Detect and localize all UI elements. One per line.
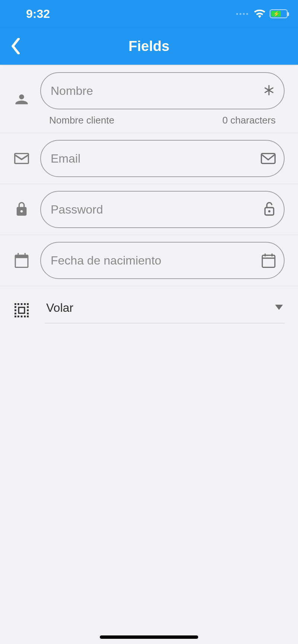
svg-rect-0 bbox=[261, 154, 275, 164]
password-field[interactable] bbox=[40, 191, 285, 228]
svg-rect-13 bbox=[15, 315, 16, 317]
row-email bbox=[0, 133, 298, 184]
svg-rect-20 bbox=[15, 313, 16, 314]
status-time: 9:32 bbox=[26, 7, 50, 21]
name-input[interactable] bbox=[51, 84, 250, 98]
svg-rect-15 bbox=[21, 315, 23, 317]
svg-rect-17 bbox=[27, 315, 29, 317]
charging-bolt-icon: ⚡ bbox=[273, 11, 279, 16]
svg-rect-23 bbox=[27, 313, 29, 314]
svg-rect-14 bbox=[18, 315, 19, 317]
back-button[interactable] bbox=[7, 38, 24, 54]
svg-rect-22 bbox=[27, 310, 29, 311]
mail-icon bbox=[13, 153, 30, 164]
row-dob bbox=[0, 235, 298, 286]
name-helper-count: 0 characters bbox=[222, 115, 276, 126]
svg-rect-9 bbox=[18, 303, 19, 305]
wifi-icon bbox=[254, 9, 265, 18]
page-title: Fields bbox=[129, 38, 169, 54]
svg-rect-16 bbox=[24, 315, 26, 317]
signal-dots-icon bbox=[236, 13, 248, 15]
name-helper-left: Nombre cliente bbox=[49, 115, 114, 126]
calendar-outline-icon bbox=[261, 253, 276, 268]
home-indicator bbox=[100, 635, 198, 639]
email-input[interactable] bbox=[51, 152, 250, 166]
lock-icon bbox=[13, 202, 30, 217]
asterisk-icon bbox=[262, 84, 276, 97]
svg-rect-18 bbox=[15, 306, 16, 308]
name-field[interactable] bbox=[40, 72, 285, 109]
row-name: Nombre cliente 0 characters bbox=[0, 65, 298, 133]
chevron-left-icon bbox=[10, 38, 21, 54]
password-input[interactable] bbox=[51, 203, 250, 217]
status-bar: 9:32 ⚡ bbox=[0, 0, 298, 28]
dob-field[interactable] bbox=[40, 242, 285, 279]
dob-input[interactable] bbox=[51, 254, 250, 267]
mail-outline-icon bbox=[261, 153, 276, 164]
select-dropdown[interactable]: Volar bbox=[45, 297, 285, 323]
row-select: Volar bbox=[0, 286, 298, 327]
svg-rect-10 bbox=[21, 303, 23, 305]
select-all-icon bbox=[13, 303, 30, 317]
calendar-icon bbox=[13, 253, 30, 268]
form-list: Nombre cliente 0 characters bbox=[0, 65, 298, 327]
select-value: Volar bbox=[46, 301, 73, 315]
status-indicators: ⚡ bbox=[236, 9, 288, 18]
svg-rect-11 bbox=[24, 303, 26, 305]
svg-rect-19 bbox=[15, 310, 16, 311]
name-helper: Nombre cliente 0 characters bbox=[40, 109, 285, 126]
svg-rect-12 bbox=[27, 303, 29, 305]
svg-point-2 bbox=[268, 210, 270, 212]
svg-rect-3 bbox=[262, 255, 275, 267]
svg-rect-7 bbox=[19, 307, 25, 313]
svg-rect-8 bbox=[15, 303, 16, 305]
lock-open-icon bbox=[263, 202, 276, 217]
chevron-down-icon bbox=[275, 305, 283, 311]
person-icon bbox=[13, 92, 30, 107]
email-field[interactable] bbox=[40, 140, 285, 177]
svg-rect-21 bbox=[27, 306, 29, 308]
battery-icon: ⚡ bbox=[270, 9, 288, 18]
nav-bar: Fields bbox=[0, 28, 298, 65]
row-password bbox=[0, 184, 298, 235]
